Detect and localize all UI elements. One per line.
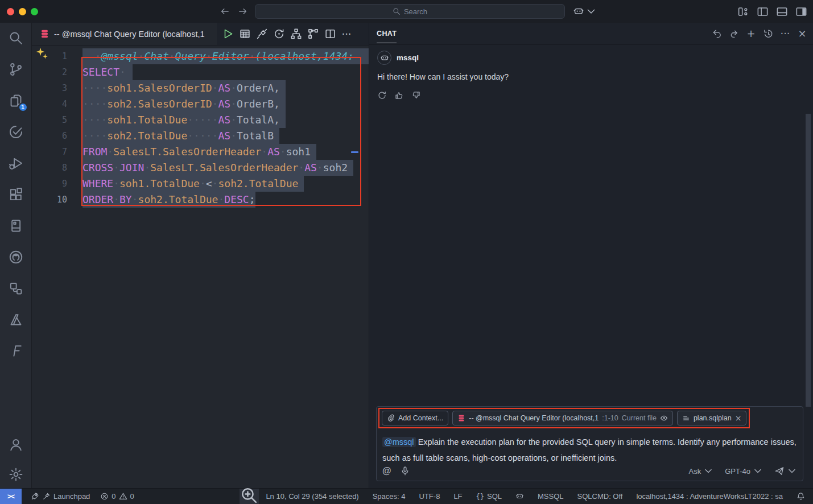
context-chip-editor[interactable]: -- @mssql Chat Query Editor (localhost,1… — [452, 411, 673, 425]
code-editor[interactable]: 1--·@mssql·Chat·Query·Editor·(localhost,… — [32, 46, 369, 488]
search-placeholder: Search — [404, 7, 427, 16]
thumbs-up-icon[interactable] — [394, 90, 404, 100]
redo-icon[interactable] — [729, 28, 739, 39]
change-connection-icon[interactable] — [273, 28, 285, 40]
activity-extensions[interactable] — [8, 187, 24, 203]
mssql-item[interactable]: MSSQL — [538, 492, 564, 501]
eol-item[interactable]: LF — [453, 492, 462, 501]
eye-icon[interactable] — [660, 414, 668, 422]
close-window-button[interactable] — [7, 8, 14, 15]
send-button[interactable] — [774, 466, 797, 476]
line-number: 1 — [32, 48, 67, 64]
code-line[interactable]: 7FROM·SalesLT.SalesOrderHeader·AS·soh1 — [32, 144, 369, 160]
zoom-icon — [240, 486, 259, 504]
activity-tasks[interactable] — [8, 124, 24, 140]
undo-icon[interactable] — [712, 28, 722, 39]
back-icon[interactable] — [220, 6, 230, 16]
run-query-button[interactable] — [222, 28, 234, 40]
activity-azure[interactable] — [8, 312, 24, 328]
new-chat-icon[interactable]: + — [746, 28, 756, 39]
code-line[interactable]: 3····soh1.SalesOrderID·AS·OrderA, — [32, 80, 369, 96]
code-line[interactable]: 2SELECT· — [32, 64, 369, 80]
status-bar: >< Launchpad 0 0 Ln 10, Col 29 (354 sele… — [0, 488, 813, 504]
results-grid-icon[interactable] — [239, 28, 251, 40]
close-icon[interactable]: × — [797, 28, 807, 39]
warning-icon — [119, 492, 127, 501]
mention-button[interactable]: @ — [382, 466, 391, 476]
customize-layout-icon[interactable] — [737, 6, 749, 18]
cursor-position-item[interactable]: Ln 10, Col 29 (354 selected) — [266, 492, 358, 501]
account-icon — [9, 437, 23, 452]
send-icon — [774, 466, 785, 476]
tab-bar: -- @mssql Chat Query Editor (localhost,1… — [32, 23, 369, 46]
command-search-input[interactable]: Search — [255, 4, 565, 19]
activity-copy-pages[interactable]: 1 — [8, 93, 24, 109]
indentation-item[interactable]: Spaces: 4 — [373, 492, 406, 501]
connection-item[interactable]: localhost,1434 : AdventureWorksLT2022 : … — [636, 492, 783, 501]
activity-database-projects[interactable] — [8, 280, 24, 296]
activity-run-debug[interactable] — [8, 155, 24, 171]
paperclip-icon — [387, 414, 395, 422]
chat-input-box[interactable]: Add Context... -- @mssql Chat Query Edit… — [376, 406, 803, 481]
mode-picker[interactable]: Ask — [689, 466, 714, 476]
problems-item[interactable]: 0 0 — [100, 492, 134, 501]
activity-notebook[interactable] — [8, 218, 24, 234]
tab-chat[interactable]: CHAT — [377, 30, 397, 43]
code-line[interactable]: 10ORDER·BY·soh2.TotalDue·DESC; — [32, 192, 369, 208]
activity-source-control[interactable] — [8, 61, 24, 77]
language-item[interactable]: {}SQL — [476, 492, 502, 501]
code-line[interactable]: 8CROSS·JOIN·SalesLT.SalesOrderHeader·AS·… — [32, 160, 369, 176]
more-actions-icon[interactable]: ··· — [341, 29, 352, 39]
microphone-icon[interactable] — [400, 466, 410, 476]
add-context-button[interactable]: Add Context... — [382, 411, 448, 425]
toggle-sidebar-icon[interactable] — [757, 6, 769, 18]
activity-fabric[interactable] — [8, 343, 24, 359]
warning-count: 0 — [130, 492, 134, 501]
launchpad-item[interactable]: Launchpad — [31, 492, 90, 501]
code-line[interactable]: 9WHERE·soh1.TotalDue·<·soh2.TotalDue — [32, 176, 369, 192]
toggle-panel-icon[interactable] — [776, 6, 788, 18]
activity-github[interactable] — [8, 249, 24, 265]
more-icon[interactable]: ··· — [780, 28, 790, 39]
line-number: 4 — [32, 96, 67, 112]
forward-icon[interactable] — [238, 6, 248, 16]
model-label: GPT-4o — [725, 467, 750, 476]
line-number: 10 — [32, 192, 67, 208]
language-label: SQL — [487, 492, 502, 501]
code-line[interactable]: 4····soh2.SalesOrderID·AS·OrderB, — [32, 96, 369, 112]
sqlcmd-item[interactable]: SQLCMD: Off — [577, 492, 623, 501]
context-chip-label: -- @mssql Chat Query Editor (localhost,1 — [469, 414, 599, 422]
code-line[interactable]: 1--·@mssql·Chat·Query·Editor·(localhost,… — [32, 48, 369, 64]
message-text: Hi there! How can I assist you today? — [377, 72, 805, 81]
model-picker[interactable]: GPT-4o — [725, 466, 763, 476]
editor-cursor — [351, 151, 358, 153]
regenerate-icon[interactable] — [377, 90, 387, 100]
encoding-item[interactable]: UTF-8 — [419, 492, 440, 501]
history-icon[interactable] — [763, 28, 773, 39]
toggle-secondary-sidebar-icon[interactable] — [795, 6, 807, 18]
accounts-button[interactable] — [8, 437, 24, 453]
scrollbar[interactable] — [806, 114, 811, 407]
minimize-window-button[interactable] — [19, 8, 26, 15]
tab-mssql-query-editor[interactable]: -- @mssql Chat Query Editor (localhost,1 — [32, 23, 217, 45]
disconnect-icon[interactable] — [256, 28, 268, 40]
split-editor-icon[interactable] — [324, 28, 336, 40]
remote-indicator[interactable]: >< — [0, 489, 22, 504]
chat-prompt-text[interactable]: @mssql Explain the execution plan for th… — [382, 434, 797, 466]
query-plan-icon[interactable] — [307, 28, 319, 40]
context-chip-sqlplan[interactable]: plan.sqlplan × — [677, 411, 746, 425]
thumbs-down-icon[interactable] — [411, 90, 421, 100]
notifications-item[interactable] — [797, 492, 805, 501]
estimated-plan-icon[interactable] — [290, 28, 302, 40]
zoom-indicator[interactable] — [240, 489, 259, 504]
settings-button[interactable] — [8, 466, 24, 482]
error-icon — [100, 492, 109, 501]
copilot-status-item[interactable] — [515, 492, 524, 501]
chat-panel: CHAT + ··· × mssql Hi there! How can I a… — [369, 23, 813, 488]
activity-search[interactable] — [8, 30, 24, 46]
code-line[interactable]: 6····soh2.TotalDue·····AS·TotalB — [32, 128, 369, 144]
maximize-window-button[interactable] — [31, 8, 38, 15]
remove-chip-icon[interactable]: × — [735, 414, 742, 423]
code-line[interactable]: 5····soh1.TotalDue·····AS·TotalA, — [32, 112, 369, 128]
copilot-menu-button[interactable] — [573, 6, 597, 17]
